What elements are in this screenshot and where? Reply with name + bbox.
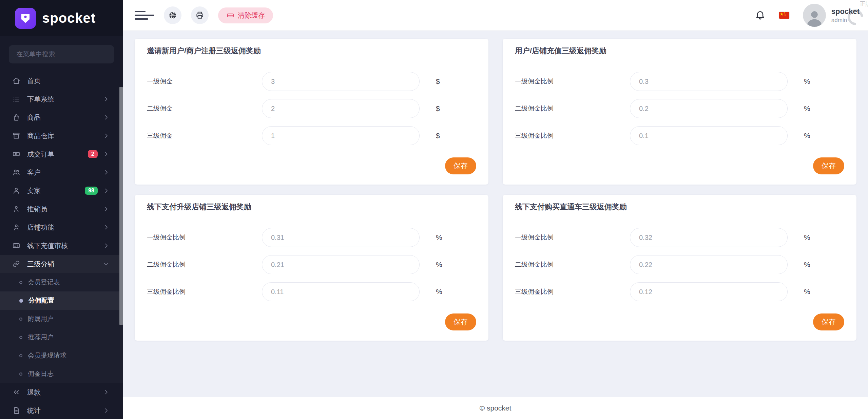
sidebar-item-label: 统计 [27,406,41,415]
level3-ratio-input[interactable] [262,282,420,301]
save-button[interactable]: 保存 [445,157,476,174]
clear-cache-label: 清除缓存 [238,11,265,20]
sidebar-item-label: 卖家 [27,186,41,195]
field-label: 一级佣金比例 [515,233,630,242]
sidebar-item-deals[interactable]: 成交订单 2 [0,145,123,163]
level3-commission-input[interactable] [262,126,420,145]
sidebar-subitem-label: 分佣配置 [28,296,54,305]
link-icon [12,260,20,268]
user-menu[interactable]: spocket admin [831,7,860,24]
person-icon [12,205,20,213]
sidebar: spocket 首页 下单系统 商品 商品仓库 成交订单 2 [0,0,123,419]
chevron-right-icon [103,151,109,157]
sidebar-item-refunds[interactable]: 退款 [0,383,123,401]
field-label: 三级佣金比例 [147,287,262,296]
card-offline-upgrade-reward: 线下支付升级店铺三级返佣奖励 一级佣金比例 % 二级佣金比例 % 三级佣金比例 … [135,195,488,341]
unit-label: % [804,132,810,140]
chevron-right-icon [103,243,109,249]
sidebar-item-label: 线下充值审核 [27,241,68,250]
sidebar-item-customers[interactable]: 客户 [0,163,123,182]
sidebar-item-products[interactable]: 商品 [0,108,123,127]
sidebar-subitem-withdrawal-requests[interactable]: 会员提现请求 [0,346,123,365]
card-recharge-reward: 用户/店铺充值三级返佣奖励 一级佣金比例 % 二级佣金比例 % 三级佣金比例 % [503,39,856,185]
sidebar-scrollbar[interactable] [119,87,123,325]
level1-ratio-input[interactable] [630,72,788,91]
bullet-icon [19,336,22,339]
sidebar-item-label: 商品 [27,113,41,122]
field-label: 一级佣金比例 [147,233,262,242]
sidebar-item-offline-recharge-review[interactable]: 线下充值审核 [0,236,123,255]
sidebar-subitem-member-registry[interactable]: 会员登记表 [0,273,123,291]
bullet-icon [19,281,22,284]
level3-ratio-input[interactable] [630,126,788,145]
logo[interactable]: spocket [0,0,123,36]
chevron-right-icon [103,133,109,139]
sidebar-subitem-affiliated-users[interactable]: 附属用户 [0,310,123,328]
user-avatar[interactable] [803,4,826,27]
save-button[interactable]: 保存 [445,313,476,330]
level2-ratio-input[interactable] [262,255,420,274]
chevron-right-icon [103,96,109,102]
sidebar-item-statistics[interactable]: 统计 [0,401,123,419]
user-role: admin [831,17,860,24]
unit-label: $ [436,132,440,140]
sidebar-item-warehouse[interactable]: 商品仓库 [0,127,123,145]
field-label: 一级佣金比例 [515,77,630,86]
sidebar-item-label: 下单系统 [27,95,54,104]
print-button[interactable] [191,6,209,24]
sidebar-subitem-referred-users[interactable]: 推荐用户 [0,328,123,346]
notifications-bell-icon[interactable] [755,10,766,21]
stats-file-icon [12,406,20,415]
save-button[interactable]: 保存 [813,157,844,174]
unit-label: % [804,77,810,85]
field-label: 三级佣金比例 [515,287,630,296]
level1-ratio-input[interactable] [630,228,788,247]
sidebar-item-promoters[interactable]: 推销员 [0,200,123,218]
unit-label: $ [436,77,440,85]
level2-ratio-input[interactable] [630,99,788,118]
sidebar-subitem-commission-config[interactable]: 分佣配置 [0,291,123,310]
clear-cache-button[interactable]: 清除缓存 [218,7,273,23]
shopping-bag-icon [12,113,20,121]
content: 邀请新用户/商户注册三级返佣奖励 一级佣金 $ 二级佣金 $ 三级佣金 $ [123,31,868,397]
sidebar-item-three-level-distribution[interactable]: 三级分销 [0,255,123,273]
sidebar-subitem-commission-log[interactable]: 佣金日志 [0,365,123,383]
sidebar-item-order-system[interactable]: 下单系统 [0,90,123,108]
field-label: 三级佣金 [147,131,262,140]
bullet-icon [19,299,23,303]
sidebar-item-label: 成交订单 [27,150,54,159]
deals-count-badge: 2 [88,150,98,158]
unit-label: % [804,104,810,113]
hard-drive-icon [226,11,234,19]
sidebar-item-label: 店铺功能 [27,223,54,232]
level1-commission-input[interactable] [262,72,420,91]
sidebar-item-sellers[interactable]: 卖家 98 [0,182,123,200]
store-person-icon [12,223,20,231]
sidebar-item-label: 退款 [27,388,41,397]
level1-ratio-input[interactable] [262,228,420,247]
chevron-right-icon [103,114,109,120]
unit-label: % [804,288,810,296]
globe-button[interactable] [164,6,181,24]
unit-label: % [436,288,442,296]
home-icon [12,77,20,85]
hamburger-menu-icon[interactable] [135,8,154,22]
language-flag-icon[interactable]: ★★★ [779,12,789,19]
banknote-icon [12,150,20,158]
level2-commission-input[interactable] [262,99,420,118]
field-label: 二级佣金 [147,104,262,113]
sidebar-item-home[interactable]: 首页 [0,72,123,90]
level3-ratio-input[interactable] [630,282,788,301]
sidebar-item-shop-functions[interactable]: 店铺功能 [0,218,123,236]
field-label: 二级佣金比例 [147,260,262,269]
topbar: 清除缓存 ★★★ spocket admin 正版 [123,0,868,31]
sidebar-subitem-label: 会员登记表 [28,278,60,287]
menu-search-input[interactable] [9,45,114,63]
footer: © spocket [123,397,868,419]
brand-name: spocket [42,11,96,26]
sidebar-nav: 首页 下单系统 商品 商品仓库 成交订单 2 客户 [0,72,123,419]
sidebar-item-label: 商品仓库 [27,131,54,140]
unit-label: $ [436,104,440,113]
level2-ratio-input[interactable] [630,255,788,274]
save-button[interactable]: 保存 [813,313,844,330]
